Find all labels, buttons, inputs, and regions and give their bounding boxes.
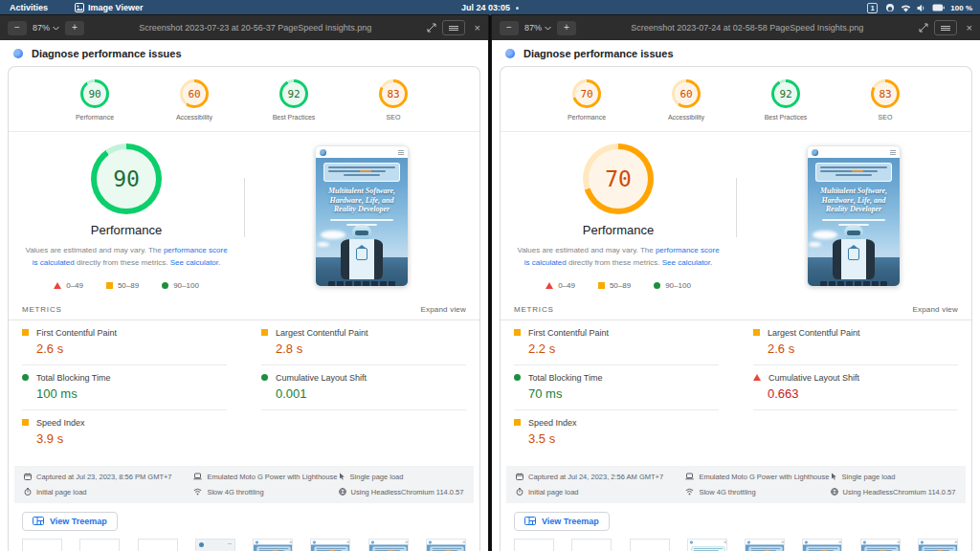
- site-notification-card: [372, 546, 406, 551]
- site-footer-text: [820, 281, 886, 287]
- category-scores: 90 Performance 60 Accessibility 92 Best …: [9, 67, 479, 132]
- score-performance[interactable]: 90 Performance: [64, 79, 125, 121]
- pagespeed-logo-icon: [505, 49, 515, 58]
- report-header: Diagnose performance issues: [32, 48, 182, 59]
- site-header: [311, 540, 350, 544]
- hamburger-icon: [890, 150, 896, 156]
- site-hero: Multitalent Software, Hardware, Life, an…: [254, 544, 293, 551]
- gauge-value: 90: [97, 149, 156, 209]
- zoom-level-dropdown[interactable]: 87%: [524, 23, 551, 33]
- filmstrip-frame-blank[interactable]: [138, 539, 178, 551]
- metric-fcp: First Contentful Paint 2.6 s: [22, 320, 227, 365]
- globe-icon: [831, 488, 838, 496]
- score-best-practices[interactable]: 92 Best Practices: [755, 79, 816, 121]
- robot-figure: [341, 225, 383, 284]
- gauge-label: Performance: [583, 223, 654, 237]
- laptop-icon: [685, 473, 694, 480]
- filmstrip-frame-partial[interactable]: [195, 539, 235, 551]
- site-logo-icon: [199, 542, 204, 547]
- expand-view-link[interactable]: Expand view: [420, 305, 466, 314]
- poor-marker-icon: [753, 374, 761, 381]
- zoom-in-button[interactable]: +: [65, 21, 84, 35]
- titlebar[interactable]: − 87% + Screenshot 2023-07-23 at 20-56-3…: [0, 15, 488, 40]
- fullscreen-button[interactable]: [919, 23, 928, 33]
- view-treemap-button[interactable]: View Treemap: [514, 512, 610, 531]
- gnome-top-bar: Activities Image Viewer Jul 24 03:05 1: [0, 0, 980, 15]
- score-disclaimer: Values are estimated and may vary. The p…: [23, 245, 230, 270]
- window-title: Screenshot 2023-07-23 at 20-56-37 PageSp…: [90, 23, 421, 33]
- emulated-device: Emulated Moto G Power with Lighthouse 10…: [685, 473, 830, 481]
- robot-figure: [833, 225, 875, 284]
- average-marker-icon: [22, 419, 29, 426]
- filmstrip-frame-loaded[interactable]: Multitalent Software, Hardware, Life, an…: [802, 539, 842, 551]
- laptop-icon: [193, 473, 202, 480]
- filmstrip-frame-blank[interactable]: [630, 539, 670, 551]
- metric-lcp: Largest Contentful Paint 2.8 s: [261, 320, 466, 365]
- zoom-out-button[interactable]: −: [500, 21, 519, 35]
- website-screenshot: Multitalent Software, Hardware, Life, an…: [808, 146, 900, 287]
- captured-at: Captured at Jul 23, 2023, 8:56 PM GMT+7: [24, 473, 193, 481]
- final-screenshot[interactable]: Multitalent Software, Hardware, Life, an…: [315, 145, 409, 287]
- metrics-grid: First Contentful Paint 2.6 s Largest Con…: [9, 320, 479, 454]
- filmstrip-frame-blank[interactable]: [79, 539, 120, 551]
- cloud: [809, 242, 821, 247]
- close-button[interactable]: ×: [475, 22, 480, 33]
- close-button[interactable]: ×: [967, 22, 972, 33]
- metric-lcp: Largest Contentful Paint 2.6 s: [753, 320, 958, 365]
- menu-button[interactable]: [934, 20, 957, 35]
- score-seo[interactable]: 83 SEO: [855, 79, 916, 121]
- chromium-version: Using HeadlessChromium 114.0.5735.179 wi…: [339, 488, 464, 496]
- expand-view-link[interactable]: Expand view: [912, 305, 958, 314]
- score-best-practices[interactable]: 92 Best Practices: [263, 79, 324, 121]
- performance-gauge[interactable]: 70: [583, 143, 654, 214]
- site-notification-card: [748, 546, 782, 551]
- filmstrip-frame-loaded[interactable]: Multitalent Software, Hardware, Life, an…: [745, 539, 785, 551]
- see-calculator-link[interactable]: See calculator.: [170, 258, 220, 267]
- filmstrip-frame-loaded[interactable]: Multitalent Software, Hardware, Life, an…: [253, 539, 293, 551]
- score-ring: 60: [180, 79, 209, 108]
- site-logo-icon: [320, 149, 326, 156]
- clock[interactable]: Jul 24 03:05: [0, 3, 980, 12]
- zoom-level-dropdown[interactable]: 87%: [33, 23, 59, 33]
- hamburger-icon: [347, 540, 350, 543]
- titlebar[interactable]: − 87% + Screenshot 2023-07-24 at 02-58-5…: [492, 15, 980, 40]
- filmstrip-frame-loaded[interactable]: Multitalent Software, Hardware, Life, an…: [368, 539, 409, 551]
- score-ring: 90: [80, 79, 109, 108]
- website-screenshot: Multitalent Software, Hardware, Life, an…: [427, 540, 466, 551]
- score-accessibility[interactable]: 60 Accessibility: [164, 79, 225, 121]
- image-viewer-window-left: − 87% + Screenshot 2023-07-23 at 20-56-3…: [0, 15, 488, 551]
- score-performance[interactable]: 70 Performance: [556, 79, 617, 121]
- hamburger-icon: [941, 25, 950, 32]
- zoom-in-button[interactable]: +: [557, 21, 576, 35]
- filmstrip-frame-loaded[interactable]: Multitalent Software, Hardware, Life, an…: [860, 539, 901, 551]
- score-ring: 83: [379, 79, 408, 108]
- filmstrip-frame-blank[interactable]: [22, 539, 62, 551]
- filmstrip-frame-partial[interactable]: Multitalent Software, Hardware, Life, an…: [687, 539, 727, 551]
- view-treemap-button[interactable]: View Treemap: [22, 512, 118, 531]
- notification-dot: [516, 7, 519, 10]
- loading-filmstrip: Multitalent Software, Hardware, Life, an…: [501, 531, 971, 551]
- fullscreen-button[interactable]: [427, 23, 436, 33]
- network-icon: [685, 488, 694, 496]
- filmstrip-frame-blank[interactable]: [514, 539, 554, 551]
- site-logo-icon: [370, 540, 373, 543]
- filmstrip-frame-blank[interactable]: [571, 539, 612, 551]
- final-screenshot[interactable]: Multitalent Software, Hardware, Life, an…: [807, 145, 901, 287]
- hamburger-icon: [290, 540, 293, 543]
- run-environment: Captured at Jul 23, 2023, 8:56 PM GMT+7 …: [14, 466, 474, 503]
- filmstrip-frame-loaded[interactable]: Multitalent Software, Hardware, Life, an…: [310, 539, 350, 551]
- see-calculator-link[interactable]: See calculator.: [662, 258, 712, 267]
- filmstrip-frame-loaded[interactable]: Multitalent Software, Hardware, Life, an…: [426, 539, 466, 551]
- filmstrip-frame-loaded[interactable]: Multitalent Software, Hardware, Life, an…: [918, 539, 958, 551]
- score-seo[interactable]: 83 SEO: [363, 79, 424, 121]
- good-marker-icon: [22, 374, 29, 381]
- average-marker-icon: [261, 329, 268, 336]
- good-range-icon: [162, 282, 168, 289]
- site-hero: Multitalent Software, Hardware, Life, an…: [311, 544, 350, 551]
- score-accessibility[interactable]: 60 Accessibility: [656, 79, 717, 121]
- zoom-out-button[interactable]: −: [8, 21, 27, 35]
- hamburger-icon: [724, 540, 726, 543]
- site-notification-card: [315, 546, 348, 551]
- menu-button[interactable]: [442, 20, 465, 35]
- performance-gauge[interactable]: 90: [91, 143, 162, 214]
